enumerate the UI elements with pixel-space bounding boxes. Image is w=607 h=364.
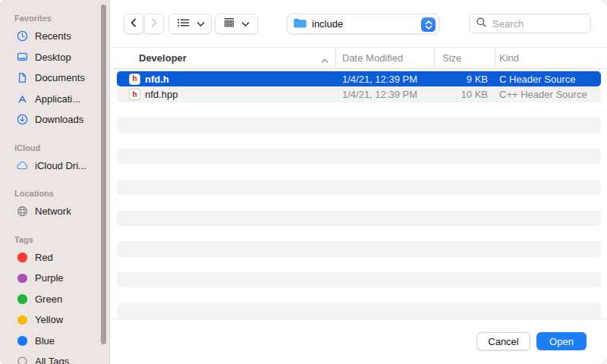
sidebar-item-recents[interactable]: Recents <box>0 26 109 47</box>
file-kind: C++ Header Source <box>495 89 601 100</box>
open-file-dialog: Favorites Recents Desktop Documents <box>0 0 607 364</box>
sidebar-item-label: Applicati... <box>35 93 80 105</box>
sidebar-item-label: Desktop <box>35 52 71 63</box>
empty-row <box>117 303 601 318</box>
sidebar-item-label: Purple <box>35 272 64 284</box>
all-tags-icon <box>15 355 30 364</box>
section-heading: iCloud <box>14 143 109 153</box>
file-row-nfd-h[interactable]: h nfd.h 1/4/21, 12:39 PM 9 KB C Header S… <box>117 71 601 86</box>
dialog-content: include Developer Date Modified <box>111 0 607 364</box>
sidebar-item-tag-yellow[interactable]: Yellow <box>0 309 109 331</box>
column-header-kind[interactable]: Kind <box>495 48 607 68</box>
download-circle-icon <box>15 113 30 126</box>
sidebar-item-tag-purple[interactable]: Purple <box>0 268 109 289</box>
empty-row <box>117 102 601 118</box>
tag-green-icon <box>15 294 30 304</box>
sidebar-section-icloud: iCloud iCloud Dri... <box>0 143 109 177</box>
sidebar-section-favorites: Favorites Recents Desktop Documents <box>0 13 109 130</box>
file-date: 1/4/21, 12:39 PM <box>335 89 434 100</box>
current-folder-label: include <box>312 18 343 30</box>
sidebar-item-documents[interactable]: Documents <box>0 67 109 89</box>
dialog-footer: Cancel Open <box>111 318 607 364</box>
empty-row <box>117 226 601 241</box>
file-name: nfd.hpp <box>145 89 178 100</box>
column-header-name[interactable]: Developer <box>111 48 335 68</box>
folder-popup-button[interactable]: include <box>287 14 439 34</box>
document-icon <box>15 71 30 84</box>
sidebar-item-label: Downloads <box>35 114 83 125</box>
empty-row <box>117 149 601 164</box>
section-heading: Locations <box>14 188 109 199</box>
sidebar-item-desktop[interactable]: Desktop <box>0 47 109 68</box>
sidebar-item-icloud-drive[interactable]: iCloud Dri... <box>0 155 109 177</box>
folder-icon <box>293 17 307 31</box>
empty-row <box>117 241 601 256</box>
popup-stepper-icon <box>421 17 436 32</box>
column-header-date-modified[interactable]: Date Modified <box>335 48 434 68</box>
file-row-nfd-hpp[interactable]: h nfd.hpp 1/4/21, 12:39 PM 10 KB C++ Hea… <box>117 86 601 102</box>
cpp-header-file-icon: h <box>129 89 140 100</box>
clock-icon <box>15 30 30 42</box>
column-header-size[interactable]: Size <box>434 48 495 68</box>
sidebar-item-label: Yellow <box>35 314 63 325</box>
tag-purple-icon <box>15 274 30 284</box>
file-size: 10 KB <box>434 89 495 100</box>
column-header-label: Size <box>442 52 461 64</box>
empty-row <box>117 195 601 210</box>
file-name-cell: h nfd.h <box>117 74 335 85</box>
file-kind: C Header Source <box>495 74 601 85</box>
sidebar-item-all-tags[interactable]: All Tags <box>0 351 109 364</box>
sidebar-item-tag-blue[interactable]: Blue <box>0 331 109 352</box>
sidebar-scrollbar[interactable] <box>101 5 106 344</box>
sidebar-item-tag-green[interactable]: Green <box>0 289 109 310</box>
sidebar-item-tag-red[interactable]: Red <box>0 247 109 268</box>
search-field[interactable] <box>469 14 591 33</box>
sidebar-section-locations: Locations Network <box>0 188 109 222</box>
file-size: 9 KB <box>434 74 495 85</box>
appstore-icon <box>15 93 30 105</box>
column-header-label: Kind <box>499 52 519 64</box>
list-view-button[interactable] <box>168 14 212 34</box>
back-button[interactable] <box>124 14 143 34</box>
column-header-label: Developer <box>139 52 187 64</box>
column-header-label: Date Modified <box>342 52 403 64</box>
sidebar-section-tags: Tags Red Purple Green Yellow Blue <box>0 234 109 364</box>
file-name: nfd.h <box>145 74 169 85</box>
toolbar: include <box>111 0 607 47</box>
sidebar-item-label: Blue <box>35 335 55 347</box>
sidebar-item-network[interactable]: Network <box>0 201 109 222</box>
file-list-rows: h nfd.h 1/4/21, 12:39 PM 9 KB C Header S… <box>117 71 601 318</box>
section-heading: Tags <box>14 234 109 245</box>
empty-row <box>117 164 601 179</box>
cancel-button[interactable]: Cancel <box>476 332 530 350</box>
forward-button <box>144 14 164 34</box>
list-view-icon <box>176 17 190 31</box>
sidebar-item-label: Red <box>35 252 53 263</box>
globe-icon <box>15 205 30 218</box>
sidebar-item-downloads[interactable]: Downloads <box>0 109 109 130</box>
group-view-button[interactable] <box>215 14 258 34</box>
chevron-left-icon <box>128 17 139 31</box>
section-heading: Favorites <box>14 13 109 24</box>
sidebar-item-label: Network <box>35 206 71 217</box>
file-date: 1/4/21, 12:39 PM <box>335 74 434 85</box>
sidebar-item-label: Green <box>35 293 62 305</box>
empty-row <box>117 272 601 287</box>
group-view-icon <box>223 17 235 31</box>
chevron-right-icon <box>149 17 159 31</box>
search-input[interactable] <box>491 17 584 30</box>
column-headers: Developer Date Modified Size Kind <box>111 47 607 69</box>
cloud-icon <box>15 160 30 171</box>
search-icon <box>476 17 487 31</box>
empty-row <box>117 180 601 195</box>
empty-row <box>117 257 601 272</box>
desktop-icon <box>15 51 30 64</box>
tag-blue-icon <box>15 336 30 346</box>
empty-row <box>117 118 601 133</box>
open-button[interactable]: Open <box>536 332 587 350</box>
sidebar-item-applications[interactable]: Applicati... <box>0 89 109 110</box>
tag-red-icon <box>15 253 30 262</box>
c-header-file-icon: h <box>129 74 140 85</box>
sidebar: Favorites Recents Desktop Documents <box>0 0 110 364</box>
chevron-down-icon <box>197 18 205 30</box>
